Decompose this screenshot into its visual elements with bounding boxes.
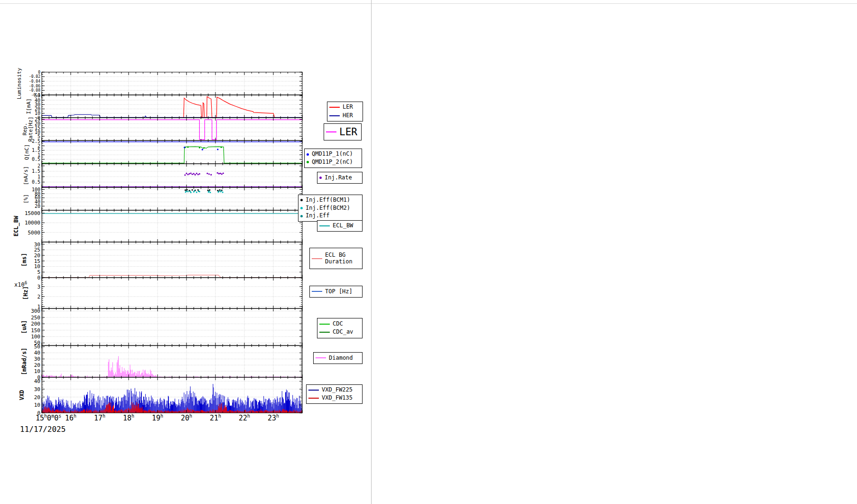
y-tick-label: 20 — [34, 394, 40, 401]
legend-item: VXD_FW225 — [308, 387, 360, 393]
y-tick-label: 2 — [37, 294, 40, 300]
y-tick-label: 300 — [31, 308, 40, 314]
legend-item-label: CDC_av — [333, 329, 353, 336]
legend-item-label: LER — [339, 126, 357, 138]
y-axis-title: Luminosity — [16, 68, 22, 100]
legend-item-label: ECL_BW — [333, 223, 353, 229]
legend-inj-eff: Inj.Eff(BCM1)Inj.Eff(BCM2)Inj.Eff — [298, 195, 363, 222]
legend-item-label: CDC — [333, 321, 343, 327]
x-tick-label: 15h0m0s — [36, 413, 61, 422]
legend-item-label: ECL BG Duration — [325, 252, 353, 265]
legend-item: ECL BG Duration — [312, 252, 360, 265]
y-tick-label: 5 — [37, 134, 40, 139]
y-tick-label: 250 — [31, 315, 40, 321]
x-tick-label: 23h — [268, 413, 279, 422]
y-tick-label: -0.04 — [29, 79, 40, 84]
y-axis-title: ECL_BW — [13, 215, 20, 236]
y-axis-title: I[mA] — [26, 98, 32, 114]
legend-item: TOP [Hz] — [312, 289, 360, 295]
legend-ecl-bg: ECL BG Duration — [309, 248, 363, 269]
y-tick-label: 10000 — [25, 220, 40, 226]
legend-marker-line — [326, 131, 336, 132]
x-tick-label: 17h — [94, 413, 105, 422]
legend-item: Inj.Eff — [300, 213, 360, 219]
legend-marker-line — [316, 357, 326, 358]
legend-marker-line — [308, 398, 319, 399]
y-tick-label: 1.5 — [32, 168, 40, 174]
panel-beam-current: 50403020100I[mA] — [26, 93, 302, 120]
y-tick-label: 150 — [31, 327, 40, 334]
y-tick-label: 15000 — [25, 210, 40, 216]
legend-marker-line — [308, 390, 319, 391]
legend-marker-line — [319, 324, 330, 325]
legend-item: Inj.Eff(BCM1) — [300, 197, 360, 204]
panel-rep-rate: 252015105Rep.Rate[Hz] — [22, 117, 302, 142]
y-axis-title: [uA] — [21, 320, 28, 334]
panel-cdc-current: 30025020015010050[uA] — [21, 308, 302, 346]
legend-item-label: QMD11P_1(nC) — [312, 151, 353, 158]
series-QMD11P_2 — [42, 147, 302, 163]
legend-item: ECL_BW — [319, 223, 360, 229]
panel-vxd-rate: 403020100VXD — [19, 377, 302, 416]
x-tick-label: 22h — [239, 413, 250, 422]
panel-bunch-charge: 2.521.510.5Q[nC] — [24, 139, 302, 164]
panel-ecl-bg-duration: 302520151050[ms] — [21, 242, 302, 281]
y-axis-title: [%] — [23, 194, 29, 204]
y-axis-title: Q[nC] — [24, 144, 30, 160]
y-axis-title: VXD — [19, 390, 25, 401]
legend-item-label: VXD_FW225 — [322, 387, 353, 393]
y-tick-label: 0.5 — [32, 157, 40, 162]
series-LER — [184, 97, 275, 118]
legend-item-label: Inj.Eff — [306, 213, 330, 219]
legend-item: Inj.Rate — [319, 175, 360, 181]
legend-item-label: Inj.Eff(BCM1) — [306, 197, 350, 204]
y-tick-label: 20 — [34, 362, 40, 368]
y-axis-title: Rate[Hz] — [28, 117, 34, 142]
x-axis-labels: 15h0m0s16h17h18h19h20h21h22h23h — [36, 413, 279, 422]
y-tick-label: 10 — [34, 402, 40, 408]
legend-marker-line — [312, 258, 322, 259]
legend-vxd: VXD_FW225VXD_FW135 — [306, 384, 363, 404]
series-InjEff — [186, 190, 222, 192]
legend-marker-line — [329, 115, 340, 116]
legend-qmd: QMD11P_1(nC)QMD11P_2(nC) — [304, 149, 362, 168]
date-label: 11/17/2025 — [20, 425, 65, 434]
legend-marker-line — [312, 291, 322, 292]
series-Diamond — [42, 356, 302, 378]
legend-item: CDC — [319, 321, 360, 327]
y-tick-label: 3 — [37, 284, 40, 290]
y-tick-label: 5000 — [28, 230, 41, 236]
legend-cdc: CDCCDC_av — [317, 318, 363, 338]
panel-diamond-dose: 50403020100[mRad/s] — [21, 344, 302, 380]
panel-luminosity: 0-0.02-0.04-0.06-0.08-0.1Luminosity — [16, 68, 302, 100]
legend-item: LER — [326, 126, 359, 138]
y-tick-label: 100 — [31, 334, 40, 340]
legend-ler-large: LER — [324, 123, 362, 140]
y-tick-label: 0 — [38, 70, 40, 75]
legend-item: CDC_av — [319, 329, 360, 336]
y-tick-label: -0.08 — [29, 88, 40, 93]
y-axis-title: [ms] — [21, 253, 28, 267]
legend-inj-rate: Inj.Rate — [317, 172, 363, 184]
y-tick-label: 0.5 — [32, 179, 40, 185]
y-tick-label: 50 — [34, 344, 40, 350]
legend-ecl-bw: ECL_BW — [317, 220, 363, 232]
x-tick-label: 21h — [210, 413, 221, 422]
legend-item-label: Inj.Rate — [325, 175, 352, 181]
y-tick-label: 20 — [35, 204, 40, 209]
y-tick-label: 1 — [37, 174, 40, 179]
series-InjRate — [184, 172, 224, 176]
window-divider — [371, 0, 372, 504]
legend-item: Diamond — [316, 355, 360, 362]
panel-injection-rate: 21.510.5[mA/s] — [23, 163, 302, 187]
panel-injection-efficiency: 10080604020[%] — [23, 187, 302, 210]
legend-marker-dot — [307, 161, 309, 163]
legend-item-label: Diamond — [329, 355, 353, 362]
legend-diamond: Diamond — [313, 352, 363, 364]
legend-item: LER — [329, 104, 361, 111]
legend-marker-line — [319, 225, 330, 226]
y-tick-label: 200 — [31, 321, 40, 327]
legend-marker-dot — [300, 207, 303, 209]
legend-marker-dot — [300, 199, 303, 201]
y-tick-label: 2 — [37, 163, 40, 168]
